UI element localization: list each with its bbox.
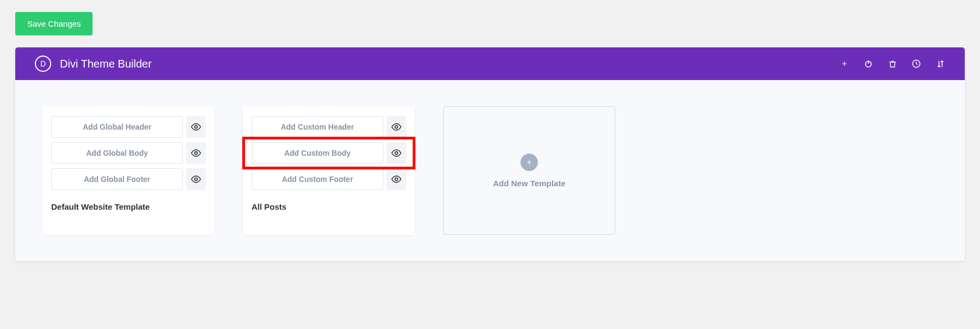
trash-icon[interactable]: [887, 59, 897, 69]
svg-point-5: [195, 178, 198, 181]
add-icon[interactable]: [840, 59, 849, 69]
add-custom-header-slot[interactable]: Add Custom Header: [252, 116, 383, 138]
panel-title: Divi Theme Builder: [60, 58, 152, 70]
add-custom-body-slot[interactable]: Add Custom Body: [252, 142, 383, 164]
add-custom-footer-slot[interactable]: Add Custom Footer: [252, 168, 383, 190]
add-new-template-card[interactable]: Add New Template: [443, 106, 615, 235]
visibility-toggle[interactable]: [186, 168, 206, 190]
slot-row-footer: Add Custom Footer: [252, 168, 406, 190]
template-title: Default Website Template: [51, 202, 206, 211]
template-card-default: Add Global Header Add Global Body Add Gl…: [42, 106, 215, 235]
visibility-toggle[interactable]: [186, 116, 206, 138]
template-card-all-posts: Add Custom Header Add Custom Body Add Cu…: [243, 106, 415, 235]
svg-point-8: [395, 178, 398, 181]
logo-letter: D: [40, 59, 46, 68]
visibility-toggle[interactable]: [387, 142, 406, 164]
template-title: All Posts: [252, 202, 406, 211]
add-global-body-slot[interactable]: Add Global Body: [51, 142, 183, 164]
add-global-footer-slot[interactable]: Add Global Footer: [51, 168, 183, 190]
visibility-toggle[interactable]: [186, 142, 206, 164]
add-global-header-slot[interactable]: Add Global Header: [51, 116, 183, 138]
sort-icon[interactable]: [935, 59, 945, 69]
slot-row-footer: Add Global Footer: [51, 168, 206, 190]
divi-logo-icon: D: [35, 56, 51, 72]
slot-row-body: Add Custom Body: [252, 142, 406, 164]
slot-row-body: Add Global Body: [51, 142, 206, 164]
header-actions: [840, 59, 945, 69]
theme-builder-panel: D Divi Theme Builder Add Global He: [15, 47, 965, 261]
plus-icon: [520, 154, 538, 171]
panel-body: Add Global Header Add Global Body Add Gl…: [15, 80, 965, 261]
add-new-template-label: Add New Template: [493, 179, 565, 188]
power-icon[interactable]: [863, 59, 873, 69]
svg-point-6: [395, 126, 398, 129]
history-icon[interactable]: [911, 59, 921, 69]
visibility-toggle[interactable]: [387, 116, 406, 138]
slot-row-header: Add Custom Header: [252, 116, 406, 138]
svg-point-3: [195, 126, 198, 129]
svg-point-7: [395, 152, 398, 155]
slot-row-header: Add Global Header: [51, 116, 206, 138]
panel-header: D Divi Theme Builder: [15, 47, 965, 80]
save-changes-button[interactable]: Save Changes: [15, 12, 93, 35]
svg-point-4: [195, 152, 198, 155]
visibility-toggle[interactable]: [387, 168, 406, 190]
